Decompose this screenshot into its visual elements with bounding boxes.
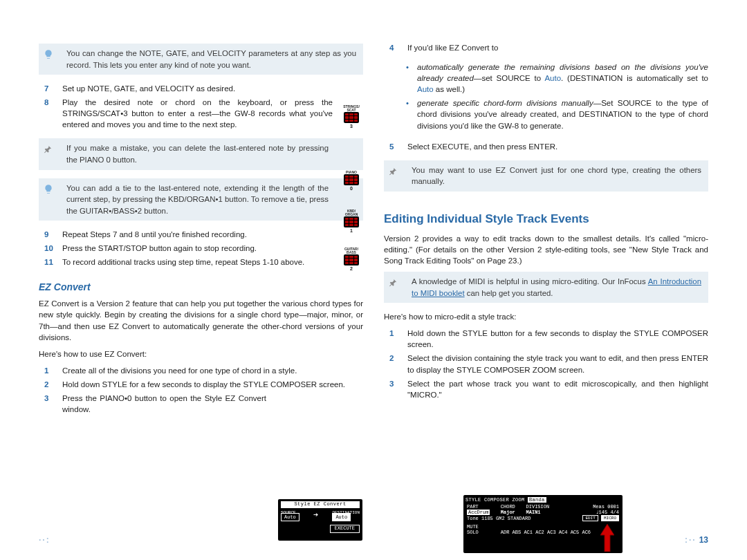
step-text: Hold down STYLE for a few seconds to dis… [62, 379, 363, 390]
right-steps-a: 4If you'd like EZ Convert to [384, 42, 708, 53]
ez-convert-howto: Here's how to use EZ Convert: [39, 348, 363, 360]
pad-icon [344, 254, 359, 265]
pad-icon [344, 174, 359, 185]
sub-bullets: automatically generate the remaining div… [384, 62, 708, 131]
pad-icon [344, 112, 359, 123]
editing-heading: Editing Individual Style Track Events [384, 212, 708, 226]
step-text: Select EXECUTE, and then press ENTER. [407, 141, 708, 152]
sub-item: generate specific chord-form divisions m… [417, 97, 708, 131]
page-number: :··13 [685, 535, 708, 545]
step-text: Play the desired note or chord on the ke… [62, 97, 363, 130]
steps-a: 7Set up NOTE, GATE, and VELOCITY as desi… [39, 83, 363, 130]
sub-item: automatically generate the remaining div… [417, 62, 708, 95]
micro-steps: 1Hold down the STYLE button for a few se… [384, 328, 708, 400]
tip-delete-note: If you make a mistake, you can delete th… [39, 138, 363, 169]
red-arrow-icon [600, 524, 614, 553]
step-text: Select the part whose track you want to … [407, 378, 708, 400]
step-text: Hold down the STYLE button for a few sec… [407, 328, 708, 350]
pushpin-icon [43, 144, 54, 155]
tip-ez-onechord: You may want to use EZ Convert just for … [384, 160, 708, 192]
strings-scat-button-graphic: STRINGS/ SCAT 3 [341, 105, 362, 129]
step-text: Press the PIANO•0 button to open the Sty… [62, 393, 363, 415]
step-text: If you'd like EZ Convert to [407, 42, 708, 53]
svg-marker-0 [600, 524, 614, 552]
lightbulb-icon [43, 184, 54, 195]
lightbulb-icon [43, 49, 54, 60]
step-text: Create all of the divisions you need for… [62, 365, 363, 376]
guitar-bass-button-graphic: GUITAR/ BASS 2 [341, 248, 362, 271]
step-text: Press the START/STOP button again to sto… [62, 243, 363, 254]
ez-convert-paragraph: EZ Convert is a Version 2 feature that c… [39, 298, 363, 342]
right-steps-b: 5Select EXECUTE, and then press ENTER. [384, 141, 708, 152]
page-ornament-left: ··: [39, 535, 50, 545]
style-ez-convert-screen: Style EZ Convert SOURCEAuto ➔ DESTINATIO… [278, 499, 362, 541]
tip-add-tie: You can add a tie to the last-entered no… [39, 178, 363, 221]
editing-paragraph: Version 2 provides a way to edit tracks … [384, 233, 708, 266]
pad-icon [344, 216, 359, 227]
step-text: Set up NOTE, GATE, and VELOCITY as desir… [62, 83, 363, 94]
step-text: To record additional tracks using step t… [62, 256, 363, 268]
pushpin-icon [388, 277, 399, 288]
left-column: You can change the NOTE, GATE, and VELOC… [39, 39, 363, 539]
style-composer-zoom-screen: STYLE COMPOSER ZOOM Banda PARTCHORD DIVI… [463, 495, 622, 553]
piano-button-graphic: PIANO 0 [341, 171, 362, 191]
micro-howto: Here's how to micro-edit a style track: [384, 311, 708, 322]
step-text: Repeat Steps 7 and 8 until you're finish… [62, 229, 363, 240]
ez-steps: 1Create all of the divisions you need fo… [39, 365, 363, 415]
pushpin-icon [388, 166, 399, 177]
tip-note-params: You can change the NOTE, GATE, and VELOC… [39, 44, 363, 75]
ez-convert-heading: EZ Convert [39, 281, 363, 292]
steps-b: 9Repeat Steps 7 and 8 until you're finis… [39, 229, 363, 268]
step-text: Select the division containing the style… [407, 353, 708, 375]
kbd-organ-button-graphic: KBD/ ORGAN 1 [341, 209, 362, 233]
tip-midi-knowledge: A knowledge of MIDI is helpful in using … [384, 272, 708, 303]
right-column: 4If you'd like EZ Convert to automatical… [384, 39, 708, 539]
